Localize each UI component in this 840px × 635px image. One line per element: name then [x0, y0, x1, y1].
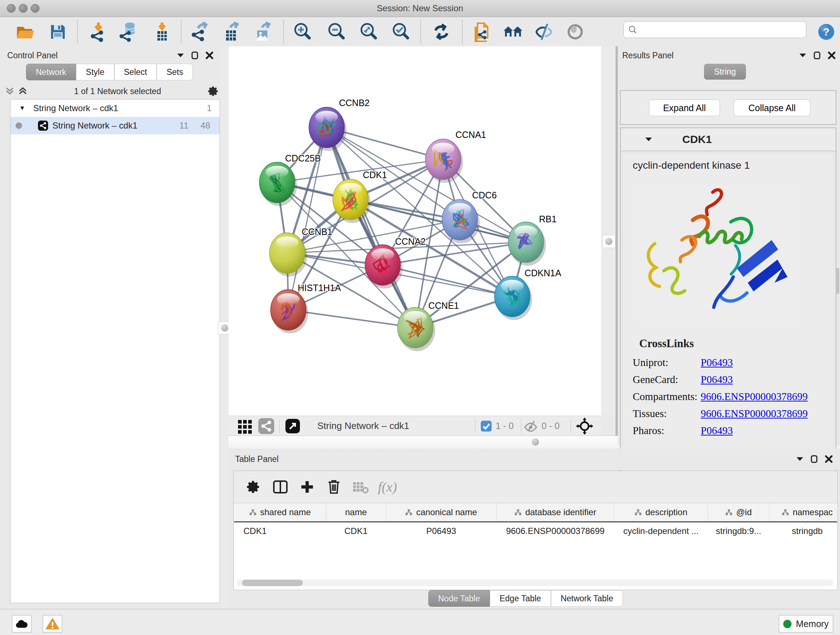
memory-button[interactable]: Memory — [779, 615, 833, 632]
network-row[interactable]: String Network – cdk1 11 48 — [11, 117, 219, 134]
selected-checkbox-icon[interactable] — [480, 420, 492, 432]
cloud-button[interactable] — [12, 615, 32, 632]
table-cell[interactable]: stringdb — [769, 522, 837, 540]
zoom-selected-button[interactable] — [390, 21, 412, 43]
search-input[interactable] — [638, 25, 791, 35]
panel-close-icon[interactable] — [828, 51, 836, 59]
left-splitter[interactable] — [220, 46, 229, 609]
open-session-button[interactable] — [13, 21, 36, 43]
tab-string[interactable]: String — [704, 64, 746, 80]
tab-select[interactable]: Select — [114, 64, 157, 80]
panel-float-icon[interactable] — [810, 455, 818, 463]
table-cell[interactable]: cyclin-dependent ... — [614, 522, 708, 540]
import-table-file-button[interactable] — [151, 21, 173, 43]
column-header-name[interactable]: name — [326, 503, 386, 522]
crosslink-link[interactable]: 9606.ENSP00000378699 — [701, 391, 808, 402]
panel-float-icon[interactable] — [813, 51, 821, 59]
crosslink-link[interactable]: P06493 — [701, 424, 733, 437]
section-collapse-arrow-icon[interactable] — [645, 136, 653, 142]
network-node-RB1[interactable]: RB1 — [508, 214, 557, 266]
detach-view-icon[interactable] — [285, 418, 301, 434]
table-cell[interactable]: P06493 — [386, 522, 497, 540]
panel-menu-icon[interactable] — [796, 456, 804, 462]
panel-close-icon[interactable] — [205, 51, 213, 59]
export-image-button[interactable] — [251, 21, 274, 43]
crosslink-link[interactable]: 9606.ENSP00000378699 — [701, 408, 808, 420]
refresh-network-button[interactable] — [430, 21, 453, 43]
horizontal-splitter-handle[interactable] — [532, 439, 539, 446]
column-header--id[interactable]: @id — [708, 503, 769, 522]
crosslink-row: Pharos:P06493 — [622, 424, 834, 437]
tab-network[interactable]: Network — [26, 64, 76, 80]
network-options-gear-icon[interactable] — [208, 86, 219, 97]
table-row[interactable]: CDK1CDK1P064939606.ENSP00000378699cyclin… — [234, 522, 837, 540]
export-network-button[interactable] — [189, 21, 211, 43]
grid-view-icon[interactable] — [237, 418, 253, 434]
network-view-icon[interactable] — [258, 418, 274, 434]
column-header-canonical-name[interactable]: canonical name — [386, 503, 497, 522]
network-edge-CCNB2-CCNE1[interactable] — [327, 127, 415, 328]
table-hscrollbar[interactable] — [237, 580, 834, 586]
network-node-HIST1H1A[interactable]: HIST1H1A — [271, 283, 341, 333]
tab-sets[interactable]: Sets — [156, 64, 193, 80]
import-network-file-button[interactable] — [87, 21, 110, 43]
import-network-database-button[interactable] — [117, 21, 140, 43]
crosslink-link[interactable]: P06493 — [701, 374, 733, 386]
help-button[interactable]: ? — [815, 21, 837, 43]
network-canvas[interactable]: CCNB2CCNA1CDC25BCDK1CDC6RB1CCNB1CCNA2CDK… — [229, 46, 601, 416]
hidden-eye-icon[interactable] — [523, 420, 538, 432]
tree-expand-arrow-icon[interactable]: ▼ — [19, 105, 25, 112]
zoom-out-button[interactable] — [325, 21, 347, 43]
right-splitter[interactable] — [601, 46, 616, 416]
crosslink-link[interactable]: P06493 — [701, 356, 733, 369]
expand-all-button[interactable]: Expand All — [649, 100, 720, 116]
save-session-button[interactable] — [47, 21, 69, 43]
export-table-button[interactable] — [220, 21, 243, 43]
table-cell[interactable]: stringdb:9... — [708, 522, 769, 540]
collapse-all-button[interactable]: Collapse All — [734, 100, 810, 116]
network-node-CDKN1A[interactable]: CDKN1A — [494, 268, 561, 320]
panel-menu-icon[interactable] — [799, 52, 807, 58]
tab-edge-table[interactable]: Edge Table — [490, 590, 551, 607]
table-settings-button[interactable] — [240, 476, 267, 498]
column-header-description[interactable]: description — [614, 503, 708, 522]
warning-icon — [46, 618, 59, 630]
collapse-all-icon[interactable] — [5, 87, 14, 96]
expand-all-icon[interactable] — [18, 87, 27, 96]
gene-section-header[interactable]: CDK1 — [621, 128, 836, 151]
create-column-button[interactable] — [294, 476, 321, 498]
column-header-database-identifier[interactable]: database identifier — [497, 503, 614, 522]
right-splitter-handle[interactable] — [602, 235, 615, 248]
tab-network-table[interactable]: Network Table — [551, 590, 623, 607]
zoom-in-button[interactable] — [291, 21, 314, 43]
toolbar-separator — [283, 20, 284, 43]
panel-close-icon[interactable] — [825, 455, 833, 463]
table-cell[interactable]: CDK1 — [234, 522, 326, 540]
panel-menu-icon[interactable] — [177, 52, 185, 58]
panel-float-icon[interactable] — [191, 51, 199, 59]
tab-style[interactable]: Style — [76, 64, 114, 80]
table-cell[interactable]: CDK1 — [326, 522, 386, 540]
column-header-shared-name[interactable]: shared name — [234, 503, 326, 522]
delete-column-button[interactable] — [321, 476, 347, 498]
share-document-button[interactable] — [470, 21, 493, 43]
delete-table-button[interactable] — [347, 476, 374, 498]
network-node-CCNA1[interactable]: CCNA1 — [425, 130, 486, 183]
warnings-button[interactable] — [43, 615, 62, 632]
graphics-details-button[interactable] — [533, 21, 555, 43]
results-scrollbar-thumb[interactable] — [836, 268, 839, 294]
network-node-CCNB2[interactable]: CCNB2 — [309, 98, 370, 151]
apply-function-button[interactable]: f(x) — [374, 476, 401, 498]
birdseye-sphere-button[interactable] — [564, 21, 586, 43]
column-header-namespac[interactable]: namespac — [769, 503, 837, 522]
table-hscrollbar-thumb[interactable] — [242, 580, 303, 586]
show-columns-button[interactable] — [267, 476, 294, 498]
table-cell[interactable]: 9606.ENSP00000378699 — [497, 522, 614, 540]
first-neighbors-button[interactable] — [502, 21, 524, 43]
network-node-CDK1[interactable]: CDK1 — [333, 170, 387, 223]
network-collection-row[interactable]: ▼ String Network – cdk1 1 — [11, 100, 219, 117]
birdseye-toggle-icon[interactable] — [576, 417, 593, 435]
network-graph[interactable]: CCNB2CCNA1CDC25BCDK1CDC6RB1CCNB1CCNA2CDK… — [229, 46, 601, 416]
tab-node-table[interactable]: Node Table — [428, 590, 490, 607]
zoom-fit-button[interactable] — [357, 21, 380, 43]
